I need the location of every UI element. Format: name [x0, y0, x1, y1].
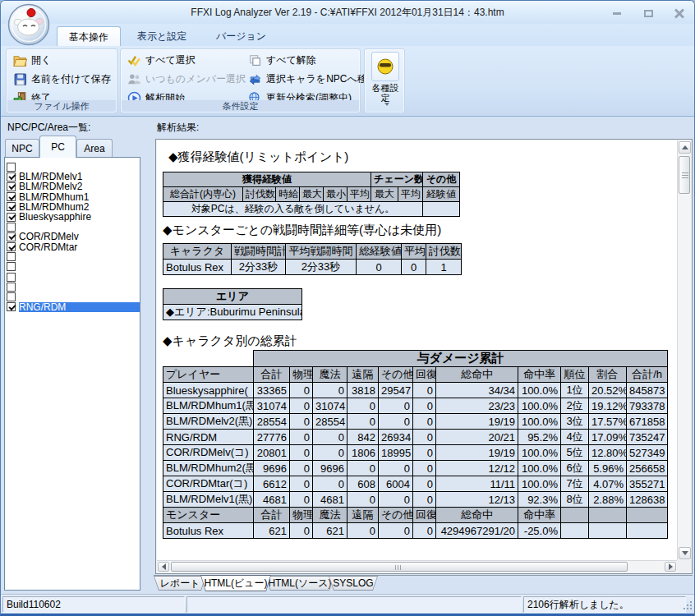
checkbox[interactable] [7, 163, 16, 172]
checkbox[interactable] [7, 202, 16, 211]
scroll-down-button[interactable] [679, 547, 691, 559]
horizontal-scrollbar[interactable] [157, 560, 677, 572]
table-cell: 0 [348, 414, 379, 430]
button-label: 開く [31, 53, 51, 67]
tab-npc[interactable]: NPC [5, 139, 39, 158]
checkbox[interactable] [7, 182, 16, 191]
checkbox[interactable] [7, 213, 16, 222]
list-item[interactable] [5, 272, 140, 282]
checkbox[interactable] [7, 302, 16, 311]
checkbox[interactable] [7, 172, 16, 182]
checkbox[interactable] [7, 232, 16, 241]
table-header: エリア [163, 289, 302, 305]
table-cell: Blueskysapphire( [163, 383, 254, 398]
table-cell [561, 508, 589, 523]
table-row: モンスター合計物理魔法遠隔その他回復総命中命中率 [163, 508, 668, 523]
various-settings-button[interactable]: 各種設定 [368, 52, 403, 111]
button-label: 名前を付けて保存 [31, 72, 111, 86]
checkbox[interactable] [7, 252, 16, 261]
list-item[interactable] [5, 292, 140, 301]
checkbox[interactable] [7, 262, 16, 271]
tab-display-settings[interactable]: 表示と設定 [126, 26, 198, 46]
select-all-button[interactable]: すべて選択 [127, 52, 196, 69]
table-cell: 12/12 [436, 461, 518, 476]
horizontal-scroll-thumb[interactable] [171, 562, 628, 572]
scroll-left-button[interactable] [158, 562, 169, 572]
resize-grip[interactable] [682, 601, 692, 611]
table-cell: 0 [379, 492, 413, 508]
table-header: 獲得経験値 [163, 172, 371, 187]
list-item[interactable] [5, 252, 140, 262]
list-item[interactable] [5, 282, 140, 292]
table-cell: 0 [348, 398, 379, 414]
table-cell: 1 [426, 260, 462, 275]
maximize-button[interactable] [642, 7, 655, 19]
list-item[interactable]: RNG/RDM [5, 302, 140, 312]
tab-html-view[interactable]: HTML(ビュー) [200, 575, 271, 591]
open-button[interactable]: 開く [13, 52, 51, 69]
scroll-right-button[interactable] [665, 562, 676, 572]
table-cell: 0 [290, 523, 313, 539]
save-as-button[interactable]: 名前を付けて保存 [13, 71, 111, 88]
table-cell [423, 202, 460, 217]
list-item[interactable] [5, 262, 140, 272]
tab-report[interactable]: レポート [154, 576, 206, 591]
tab-area[interactable]: Area [76, 139, 113, 158]
titlebar[interactable]: FFXI Log Analyzer Ver 2.19 - C:¥ATI¥FFXI… [1, 1, 694, 24]
npc-pc-area-label: NPC/PC/Area一覧: [7, 121, 90, 135]
list-item[interactable]: BLM/RDMhum2 [5, 202, 140, 212]
list-item[interactable]: Blueskysapphire [5, 212, 140, 222]
table-cell: 0 [379, 398, 413, 414]
tab-pc[interactable]: PC [39, 136, 76, 158]
arrow-up-icon [682, 145, 688, 149]
checkbox[interactable] [7, 192, 16, 201]
scroll-up-button[interactable] [679, 141, 691, 154]
ribbon-tab-strip: 基本操作 表示と設定 バージョン [1, 24, 694, 46]
list-item-label [19, 162, 140, 172]
table-cell: 26934 [379, 430, 413, 445]
arrow-right-icon [669, 563, 673, 570]
html-view-content: ◆獲得経験値(リミットポイント) 獲得経験値 チェーン数 その他 総合計(内専心… [157, 140, 677, 560]
table-cell: 5位 [561, 445, 589, 461]
tab-html-source[interactable]: HTML(ソース) [265, 576, 334, 591]
tab-basic-operations[interactable]: 基本操作 [57, 26, 121, 46]
minimize-button[interactable] [610, 7, 624, 19]
table-cell: 4位 [561, 430, 589, 445]
checkbox[interactable] [7, 292, 16, 301]
pc-checklist[interactable]: BLM/RDMelv1BLM/RDMelv2BLM/RDMhum1BLM/RDM… [4, 157, 140, 591]
table-cell: 魔法 [313, 508, 348, 523]
list-item[interactable] [5, 162, 140, 172]
usual-members-button[interactable]: いつものメンバー選択 [127, 71, 246, 88]
table-cell: 128638 [627, 492, 668, 508]
list-item[interactable] [5, 222, 140, 232]
checkbox[interactable] [7, 273, 16, 282]
table-cell: 対象PCは、経験の入る敵を倒していません。 [163, 202, 423, 217]
table-header: 遠隔 [348, 367, 379, 383]
checkbox[interactable] [7, 242, 16, 251]
move-to-npc-button[interactable]: 選択キャラをNPCへ移動 [248, 71, 377, 88]
table-cell: 0 [290, 383, 313, 398]
tab-label: Area [84, 143, 104, 154]
table-cell: 20801 [254, 445, 290, 461]
vertical-scrollbar[interactable] [677, 140, 691, 560]
checkbox[interactable] [7, 223, 16, 232]
checkbox[interactable] [7, 283, 16, 292]
table-cell: 4.07% [589, 476, 627, 492]
tab-label: HTML(ビュー) [204, 577, 267, 591]
list-item[interactable]: BLM/RDMelv2 [5, 182, 140, 191]
table-cell: 9696 [313, 461, 348, 476]
app-menu-orb[interactable] [7, 3, 50, 46]
list-item[interactable]: BLM/RDMelv1 [5, 172, 140, 182]
vertical-scroll-thumb[interactable] [679, 156, 690, 194]
deselect-all-button[interactable]: すべて解除 [248, 52, 316, 69]
list-item[interactable]: COR/RDMtar [5, 242, 140, 252]
table-cell: 621 [254, 523, 290, 539]
tab-version[interactable]: バージョン [205, 26, 278, 46]
list-item[interactable]: BLM/RDMhum1 [5, 192, 140, 202]
list-item[interactable]: COR/RDMelv [5, 232, 140, 241]
table-header: 平均 [402, 244, 426, 260]
table-cell: 6位 [561, 461, 589, 476]
table-cell: 0 [290, 430, 313, 445]
close-button[interactable] [673, 7, 686, 19]
tab-syslog[interactable]: SYSLOG [329, 576, 378, 591]
